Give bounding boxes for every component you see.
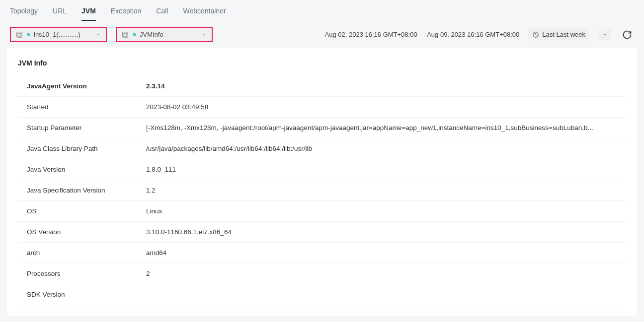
row-value: 3.10.0-1160.66.1.el7.x86_64 (146, 228, 617, 236)
info-table: JavaAgent Version2.3.14Started2023-08-02… (18, 76, 626, 305)
clock-icon (532, 31, 539, 38)
table-row: Java Version1.8.0_111 (18, 159, 626, 180)
tab-topology[interactable]: Topology (10, 0, 38, 21)
row-value: [-Xms128m, -Xmx128m, -javaagent:/root/ap… (146, 124, 617, 131)
table-row: Processors2 (18, 263, 626, 284)
row-label: Java Specification Version (27, 187, 146, 194)
row-value (146, 291, 617, 298)
table-row: Java Specification Version1.2 (18, 180, 626, 201)
instance-label: ins10_1(...........) (34, 31, 93, 38)
table-row: JavaAgent Version2.3.14 (18, 76, 626, 97)
row-label: JavaAgent Version (27, 82, 146, 90)
row-label: arch (27, 249, 146, 257)
table-row: archamd64 (18, 243, 626, 263)
svg-rect-0 (17, 32, 22, 37)
row-label: SDK Version (27, 291, 146, 298)
row-label: Started (27, 103, 146, 111)
row-value: 2023-08-02 03:49:58 (146, 103, 617, 111)
tab-call[interactable]: Call (156, 0, 168, 21)
row-label: Processors (27, 270, 146, 277)
tab-webcontainer[interactable]: Webcontainer (183, 0, 226, 21)
time-range-text: Aug 02, 2023 16:16 GMT+08:00 — Aug 09, 2… (325, 31, 520, 38)
row-value: 2.3.14 (146, 82, 617, 90)
row-label: OS Version (27, 228, 146, 236)
card-title: JVM Info (18, 59, 626, 67)
tab-exception[interactable]: Exception (111, 0, 141, 21)
status-dot-icon (133, 33, 136, 36)
instance-dropdown[interactable]: ins10_1(...........) (10, 27, 107, 42)
tab-url[interactable]: URL (53, 0, 67, 21)
row-label: Startup Parameter (27, 124, 146, 131)
row-label: Java Class Library Path (27, 145, 146, 152)
tabs-bar: Topology URL JVM Exception Call Webconta… (0, 0, 644, 21)
status-dot-icon (27, 33, 30, 36)
tab-jvm[interactable]: JVM (81, 0, 96, 21)
table-row: Java Class Library Path/usr/java/package… (18, 138, 626, 159)
row-value: 2 (146, 270, 617, 277)
row-value: 1.8.0_111 (146, 166, 617, 173)
chevron-down-icon (96, 32, 101, 37)
time-picker-dropdown-button[interactable] (598, 29, 611, 40)
row-value: /usr/java/packages/lib/amd64:/usr/lib64:… (146, 145, 617, 152)
time-picker-label: Last Last week (542, 31, 585, 38)
svg-rect-2 (123, 32, 128, 37)
table-row: OSLinux (18, 201, 626, 222)
row-label: OS (27, 207, 146, 215)
table-row: SDK Version (18, 284, 626, 305)
table-row: OS Version3.10.0-1160.66.1.el7.x86_64 (18, 222, 626, 243)
table-row: Startup Parameter[-Xms128m, -Xmx128m, -j… (18, 118, 626, 138)
metric-dropdown[interactable]: JVMInfo (116, 27, 213, 42)
table-row: Started2023-08-02 03:49:58 (18, 97, 626, 118)
instance-icon (16, 31, 23, 38)
jvm-info-card: JVM Info JavaAgent Version2.3.14Started2… (7, 48, 637, 316)
time-range-picker[interactable]: Last Last week (528, 28, 589, 41)
row-value: 1.2 (146, 187, 617, 194)
svg-rect-1 (18, 33, 21, 36)
metric-icon (122, 31, 129, 38)
row-label: Java Version (27, 166, 146, 173)
refresh-button[interactable] (620, 28, 634, 42)
metric-label: JVMInfo (140, 31, 199, 38)
chevron-down-icon (202, 32, 207, 37)
row-value: amd64 (146, 249, 617, 257)
svg-rect-3 (124, 33, 127, 36)
row-value: Linux (146, 207, 617, 215)
filter-row: ins10_1(...........) JVMInfo Aug 02, 202… (0, 21, 644, 48)
